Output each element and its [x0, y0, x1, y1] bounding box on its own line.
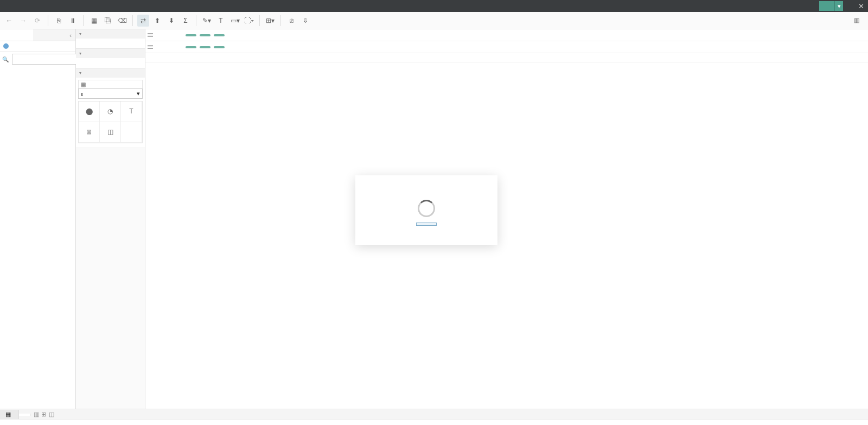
mark-color[interactable]: ⬤	[79, 102, 100, 122]
tables-header	[0, 67, 75, 71]
tab-datasource[interactable]: ▦	[0, 410, 19, 419]
processing-dialog	[355, 175, 497, 245]
menu-help[interactable]	[71, 4, 80, 8]
pages-card-header[interactable]	[76, 29, 145, 39]
sort-asc-icon[interactable]: ⬆	[151, 15, 163, 27]
new-sheet-icon[interactable]: ▦	[88, 15, 100, 27]
mark-empty	[121, 122, 142, 143]
new-datasource-icon[interactable]: ⎘	[53, 15, 65, 27]
pill-city[interactable]	[186, 34, 196, 36]
datasource-icon	[3, 43, 9, 49]
mark-type-select[interactable]: ⫾▾	[78, 88, 143, 99]
fit-icon[interactable]: ⛶▾	[243, 15, 255, 27]
tab-data[interactable]	[0, 29, 33, 41]
marks-all-row[interactable]: ▦	[78, 80, 143, 88]
menubar: ▾ ✕	[0, 0, 868, 12]
menu-analysis[interactable]	[41, 4, 51, 8]
user-menu[interactable]	[843, 4, 854, 8]
cards-column: ▦ ⫾▾ ⬤ ◔ T ⊞ ◫	[76, 29, 145, 409]
menu-map[interactable]	[51, 4, 61, 8]
toolbar: ← → ⟳ ⎘ ⏸ ▦ ⿻ ⌫ ⇄ ⬆ ⬇ Σ ✎▾ T ▭▾ ⛶▾ ⊞▾ ⎚ …	[0, 12, 868, 29]
spinner-icon	[418, 200, 435, 217]
menu-format[interactable]	[61, 4, 71, 8]
pill-party[interactable]	[200, 34, 210, 36]
swap-icon[interactable]: ⇄	[137, 15, 149, 27]
menu-data[interactable]	[12, 4, 22, 8]
datasource-item[interactable]	[0, 41, 75, 52]
clear-sheet-icon[interactable]: ⌫	[116, 15, 128, 27]
columns-shelf[interactable]	[145, 29, 868, 41]
cancel-button[interactable]	[416, 223, 437, 226]
rows-shelf-label	[148, 45, 182, 49]
status-bar	[0, 420, 868, 425]
sheet-tabs: ▦ ▥ ⊞ ◫	[0, 409, 868, 420]
filters-card-header[interactable]	[76, 49, 145, 58]
pill-avg[interactable]	[214, 46, 225, 48]
menu-worksheet[interactable]	[22, 4, 31, 8]
presentation-icon[interactable]: ⎚	[285, 15, 297, 27]
redo-icon[interactable]: →	[17, 15, 29, 27]
field-list	[0, 71, 75, 409]
pill-dollar[interactable]	[186, 46, 196, 48]
pill-pop[interactable]	[200, 46, 210, 48]
menu-items	[2, 4, 80, 8]
revert-icon[interactable]: ⟳	[31, 15, 43, 27]
group-icon[interactable]: T	[215, 15, 227, 27]
rows-shelf[interactable]	[145, 41, 868, 53]
publish-button[interactable]	[819, 1, 834, 11]
search-icon: 🔍	[2, 56, 9, 62]
new-dashboard-icon[interactable]: ⊞	[38, 411, 46, 418]
datasource-tab-icon: ▦	[5, 411, 11, 418]
show-me-button[interactable]: ▥	[851, 16, 865, 25]
sheet-title[interactable]	[145, 53, 868, 62]
tab-sheet1[interactable]	[19, 414, 30, 416]
download-icon[interactable]: ⇩	[299, 15, 311, 27]
columns-shelf-label	[148, 33, 182, 37]
main-area	[145, 29, 868, 409]
highlight-icon[interactable]: ✎▾	[201, 15, 213, 27]
mark-detail[interactable]: ⊞	[79, 122, 100, 143]
totals-icon[interactable]: Σ	[180, 15, 192, 27]
new-worksheet-icon[interactable]: ▥	[30, 411, 38, 418]
mark-tooltip[interactable]: ◫	[100, 122, 121, 143]
pause-auto-icon[interactable]: ⏸	[67, 15, 79, 27]
tab-analytics[interactable]	[33, 29, 66, 41]
data-pane: ‹ 🔍 ▽ ▾	[0, 29, 76, 409]
fix-axes-icon[interactable]: ⊞▾	[264, 15, 276, 27]
undo-icon[interactable]: ←	[3, 15, 15, 27]
menu-dashboard[interactable]	[31, 4, 41, 8]
close-icon[interactable]: ✕	[854, 2, 868, 10]
showme-icon: ▥	[854, 17, 859, 24]
mark-size[interactable]: ◔	[100, 102, 121, 122]
marks-card-header[interactable]	[76, 68, 145, 78]
visualization-canvas[interactable]	[145, 62, 868, 409]
new-story-icon[interactable]: ◫	[46, 411, 53, 418]
sort-desc-icon[interactable]: ⬇	[165, 15, 177, 27]
publish-dropdown[interactable]: ▾	[834, 1, 843, 11]
duplicate-icon[interactable]: ⿻	[102, 15, 114, 27]
collapse-sidebar-icon[interactable]: ‹	[66, 29, 75, 41]
worksheet-icon[interactable]: ▭▾	[229, 15, 241, 27]
pill-donor[interactable]	[214, 34, 225, 36]
menu-file[interactable]	[2, 4, 12, 8]
mark-label[interactable]: T	[121, 102, 142, 122]
